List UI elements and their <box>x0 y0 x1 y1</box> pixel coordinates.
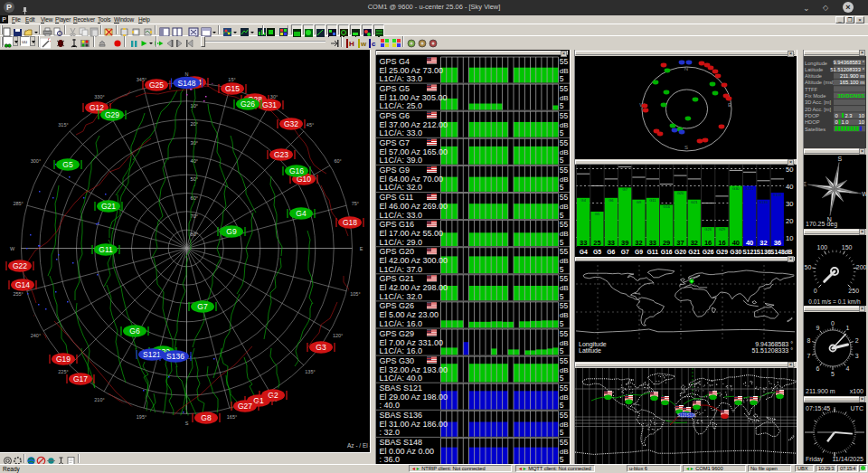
svg-text:8: 8 <box>807 337 810 344</box>
svg-text:200: 200 <box>856 264 866 270</box>
svg-text:G19: G19 <box>56 355 71 364</box>
svg-text:G25: G25 <box>149 80 164 90</box>
svg-text:G5: G5 <box>595 212 600 216</box>
svg-text:170.25 deg: 170.25 deg <box>806 221 837 228</box>
svg-text:5: 5 <box>560 265 564 274</box>
svg-text:L1C/A: 16.0: L1C/A: 16.0 <box>380 319 423 328</box>
svg-text:GPS G16: GPS G16 <box>380 220 415 229</box>
svg-text:PDOP: PDOP <box>805 113 819 118</box>
svg-text:S: S <box>185 421 189 426</box>
svg-text:40: 40 <box>746 239 753 247</box>
svg-text:7: 7 <box>807 353 810 359</box>
svg-text:330°: 330° <box>94 94 104 99</box>
svg-text:: 40.0: : 40.0 <box>380 401 401 410</box>
svg-text:G9: G9 <box>637 200 642 204</box>
svg-text:El 29.00 Az 198.00: El 29.00 Az 198.00 <box>380 393 448 402</box>
svg-text:15°: 15° <box>228 77 235 82</box>
svg-text:G5: G5 <box>62 160 73 169</box>
svg-text:55: 55 <box>560 383 569 393</box>
svg-text:dB: dB <box>784 249 792 255</box>
svg-text:El 0.00 Az 0.00: El 0.00 Az 0.00 <box>380 447 435 456</box>
svg-text:G17: G17 <box>73 374 88 383</box>
svg-text:GPS G7: GPS G7 <box>380 138 410 147</box>
svg-text:E: E <box>728 102 731 108</box>
svg-text:G4: G4 <box>581 198 587 203</box>
svg-text:165.100 m: 165.100 m <box>840 80 865 85</box>
svg-text:250: 250 <box>848 288 859 294</box>
svg-text:5: 5 <box>560 319 564 328</box>
svg-text:G16: G16 <box>289 166 304 175</box>
svg-text:0: 0 <box>831 320 835 326</box>
svg-text:5: 5 <box>560 455 564 464</box>
svg-text:51.51208333 °: 51.51208333 ° <box>751 347 793 354</box>
svg-text:5: 5 <box>560 374 564 383</box>
svg-text:Longitude: Longitude <box>805 61 827 66</box>
svg-text:G12: G12 <box>90 103 104 112</box>
svg-text:40: 40 <box>786 183 793 191</box>
svg-text:: 36.0: : 36.0 <box>380 455 401 464</box>
svg-text:L1C/A: 25.0: L1C/A: 25.0 <box>380 101 423 110</box>
svg-text:El 25.00 Az 73.00: El 25.00 Az 73.00 <box>380 66 444 75</box>
svg-text:G29: G29 <box>105 110 119 119</box>
svg-text:G7: G7 <box>623 187 628 192</box>
svg-text:10: 10 <box>786 234 793 242</box>
svg-text:G11: G11 <box>99 245 113 254</box>
svg-text:9.94368583 °: 9.94368583 ° <box>833 60 864 65</box>
svg-text:5: 5 <box>560 101 564 110</box>
svg-text:3D/DGNSS: 3D/DGNSS <box>837 93 864 99</box>
svg-text:S: S <box>684 145 688 150</box>
svg-text:L1C/A: 33.0: L1C/A: 33.0 <box>380 128 423 137</box>
svg-text:32: 32 <box>635 239 642 247</box>
svg-text:L1C/A: 29.0: L1C/A: 29.0 <box>380 238 423 247</box>
svg-text:120°: 120° <box>333 333 343 338</box>
svg-text:G29: G29 <box>719 227 726 232</box>
svg-text:N: N <box>684 66 688 71</box>
svg-text:105°: 105° <box>350 291 360 297</box>
svg-text:10: 10 <box>859 113 864 118</box>
svg-text:L1C/A: 16.0: L1C/A: 16.0 <box>380 346 423 355</box>
svg-text:G3: G3 <box>316 343 326 352</box>
svg-text:El 31.00 Az 186.00: El 31.00 Az 186.00 <box>380 420 448 429</box>
svg-text:G27: G27 <box>238 402 252 411</box>
svg-text:G5: G5 <box>593 249 601 255</box>
svg-text:G8: G8 <box>201 413 212 422</box>
svg-text:Friday: Friday <box>806 456 824 463</box>
svg-text:25: 25 <box>593 239 600 247</box>
svg-text:3D Acc. [m]: 3D Acc. [m] <box>805 99 831 105</box>
svg-text:G9: G9 <box>226 227 237 236</box>
svg-text:16: 16 <box>704 239 712 247</box>
svg-text:5: 5 <box>560 211 564 220</box>
svg-text:37: 37 <box>676 239 684 247</box>
svg-text:345°: 345° <box>137 77 146 82</box>
svg-text:9: 9 <box>816 325 820 331</box>
svg-text:20: 20 <box>786 217 793 225</box>
svg-text:55: 55 <box>560 438 569 447</box>
svg-text:29: 29 <box>663 239 670 247</box>
svg-text:36: 36 <box>774 239 781 247</box>
svg-text:TTFF: TTFF <box>805 87 817 92</box>
svg-text:195°: 195° <box>137 414 146 420</box>
svg-text:G32: G32 <box>284 119 298 128</box>
svg-text:GPS G11: GPS G11 <box>380 193 414 202</box>
svg-text:G6: G6 <box>129 326 140 336</box>
svg-text:55: 55 <box>560 301 569 310</box>
svg-text:G21: G21 <box>101 202 116 211</box>
svg-text:L1C/A: 37.0: L1C/A: 37.0 <box>380 265 423 274</box>
svg-text:El 57.00 Az 165.00: El 57.00 Az 165.00 <box>380 147 448 156</box>
svg-text:211.900 m: 211.900 m <box>840 73 864 79</box>
svg-text:Latitude: Latitude <box>805 67 823 72</box>
svg-text:G26: G26 <box>704 227 712 232</box>
svg-text:SBAS S121: SBAS S121 <box>380 383 423 393</box>
svg-text:El 5.00 Az 23.00: El 5.00 Az 23.00 <box>380 310 439 319</box>
svg-text:300°: 300° <box>31 158 41 164</box>
svg-text:5: 5 <box>560 238 564 247</box>
svg-text:L1C/A: 32.0: L1C/A: 32.0 <box>380 183 423 192</box>
svg-text:L1C/A: 32.0: L1C/A: 32.0 <box>380 292 423 301</box>
svg-text:G21: G21 <box>691 200 698 204</box>
svg-text:5: 5 <box>831 371 835 377</box>
svg-text:G21: G21 <box>688 249 700 255</box>
svg-text:10°: 10° <box>191 103 199 109</box>
svg-text:4: 4 <box>846 365 850 372</box>
svg-text:SBAS S148: SBAS S148 <box>380 438 423 447</box>
svg-text:07:15:45: 07:15:45 <box>806 405 830 412</box>
